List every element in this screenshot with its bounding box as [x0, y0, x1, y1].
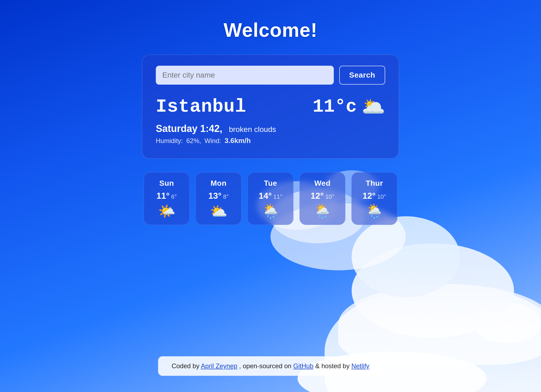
forecast-temps-2: 14° 11°: [259, 191, 282, 201]
forecast-card-mon: Mon 13° 8° ⛅: [196, 172, 242, 225]
weather-date-line: Saturday 1:42, broken clouds: [156, 123, 385, 134]
temperature-value: 11°c: [313, 96, 357, 117]
search-row: istanbul Search: [156, 66, 385, 85]
forecast-temps-0: 11° 6°: [156, 191, 177, 201]
forecast-day-1: Mon: [210, 179, 226, 188]
forecast-icon-1: ⛅: [210, 204, 227, 218]
forecast-high-1: 13°: [208, 191, 221, 201]
forecast-icon-2: 🌦️: [262, 204, 279, 218]
forecast-high-4: 12°: [362, 191, 375, 201]
weather-card: istanbul Search Istanbul 11°c 🌥️ Saturda…: [142, 55, 399, 159]
forecast-day-4: Thur: [366, 179, 383, 188]
forecast-day-3: Wed: [314, 179, 331, 188]
forecast-low-3: 10°: [325, 193, 334, 200]
forecast-card-tue: Tue 14° 11° 🌦️: [248, 172, 293, 225]
footer-text-after: & hosted by: [315, 362, 351, 370]
page-title: Welcome!: [224, 19, 318, 41]
weather-meta: Humidity: 62%, Wind: 3.6km/h: [156, 137, 385, 145]
current-condition: broken clouds: [229, 125, 276, 134]
temp-display: 11°c 🌥️: [313, 95, 385, 118]
forecast-high-2: 14°: [259, 191, 272, 201]
weather-details: Saturday 1:42, broken clouds Humidity: 6…: [156, 123, 385, 145]
forecast-low-2: 11°: [273, 193, 282, 200]
current-date: Saturday 1:42,: [156, 123, 222, 134]
search-input[interactable]: istanbul: [156, 66, 334, 85]
forecast-low-1: 8°: [223, 193, 229, 200]
footer-author-link[interactable]: April Zeynep: [201, 362, 237, 370]
forecast-day-0: Sun: [159, 179, 174, 188]
forecast-icon-3: 🌦️: [314, 204, 331, 218]
forecast-low-4: 10°: [377, 193, 386, 200]
forecast-card-sun: Sun 11° 6° 🌤️: [144, 172, 190, 225]
search-button[interactable]: Search: [339, 66, 385, 85]
forecast-temps-4: 12° 10°: [362, 191, 386, 201]
forecast-high-3: 12°: [311, 191, 324, 201]
footer-text-before: Coded by: [171, 362, 201, 370]
forecast-low-0: 6°: [171, 193, 177, 200]
forecast-row: Sun 11° 6° 🌤️ Mon 13° 8° ⛅ Tue 14° 11° 🌦…: [144, 172, 397, 225]
current-weather-icon: 🌥️: [362, 95, 385, 118]
forecast-card-thur: Thur 12° 10° 🌦️: [351, 172, 397, 225]
humidity-label: Humidity:: [156, 137, 183, 144]
footer-github-link[interactable]: GitHub: [293, 362, 314, 370]
city-name: Istanbul: [156, 96, 246, 117]
wind-value: 3.6km/h: [225, 137, 251, 145]
forecast-icon-0: 🌤️: [158, 204, 176, 218]
forecast-temps-3: 12° 10°: [311, 191, 334, 201]
forecast-high-0: 11°: [156, 191, 169, 201]
footer-netlify-link[interactable]: Netlify: [351, 362, 370, 370]
forecast-day-2: Tue: [264, 179, 277, 188]
footer: Coded by April Zeynep , open-sourced on …: [158, 356, 383, 376]
footer-text-middle: , open-sourced on: [239, 362, 293, 370]
forecast-card-wed: Wed 12° 10° 🌦️: [299, 172, 345, 225]
forecast-icon-4: 🌦️: [366, 204, 383, 218]
forecast-temps-1: 13° 8°: [208, 191, 229, 201]
humidity-value: 62%,: [186, 137, 201, 144]
city-temp-row: Istanbul 11°c 🌥️: [156, 95, 385, 118]
wind-label: Wind:: [204, 137, 221, 144]
